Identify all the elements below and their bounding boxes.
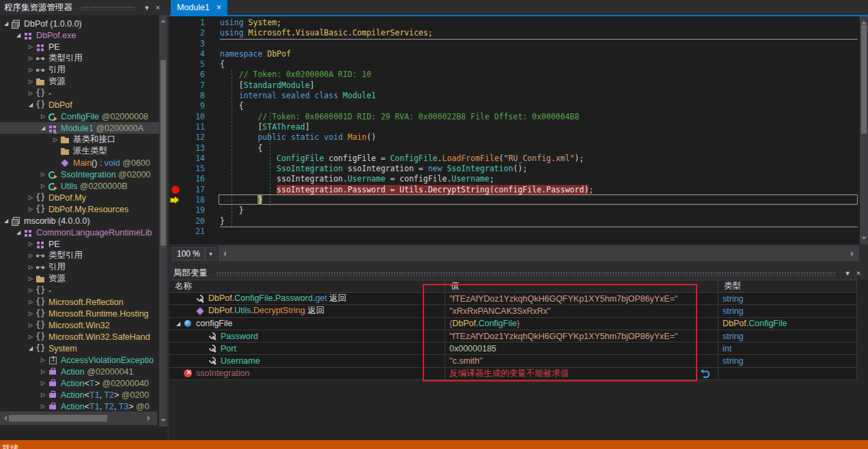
locals-type-cell[interactable]: int (718, 343, 857, 354)
tree-item[interactable]: ▷类型引用 (0, 250, 159, 261)
locals-type-cell[interactable]: string (718, 305, 857, 317)
code-line[interactable]: 5{ (169, 59, 860, 70)
scroll-right-icon[interactable] (851, 251, 856, 257)
tree-item[interactable]: ◢mscorlib (4.0.0.0) (0, 215, 159, 227)
code-line[interactable]: 21 (169, 227, 860, 237)
expander-collapsed-icon[interactable]: ▷ (26, 264, 36, 270)
locals-name-cell[interactable]: Password (169, 330, 445, 342)
code-line[interactable]: 6 // Token: 0x0200000A RID: 10 (169, 70, 860, 80)
tree-item[interactable]: ▷Action @02000041 (0, 366, 159, 377)
zoom-level-combobox[interactable]: 100 % (172, 247, 205, 261)
tree-item[interactable]: ▷SsoIntegration @02000 (0, 169, 159, 180)
locals-name-cell[interactable]: Username (169, 355, 445, 366)
tree-item[interactable]: ▷基类和接口 (0, 134, 159, 145)
code-line[interactable]: 15 SsoIntegration ssoIntegration = new S… (169, 164, 860, 174)
tree-item[interactable]: ▷Microsoft.Win32.SafeHand (0, 331, 159, 343)
expander-collapsed-icon[interactable]: ▷ (38, 183, 48, 189)
expander-collapsed-icon[interactable]: ▷ (38, 357, 48, 363)
locals-row[interactable]: ◢configFile{DbPof.ConfigFile}DbPof.Confi… (169, 318, 857, 330)
scroll-left-icon[interactable] (1, 416, 7, 421)
code-line[interactable]: 14 ConfigFile configFile = ConfigFile.Lo… (169, 154, 860, 164)
scroll-left-icon[interactable] (221, 251, 226, 257)
locals-type-cell[interactable] (718, 368, 857, 379)
expander-collapsed-icon[interactable]: ▷ (26, 194, 36, 201)
expander-collapsed-icon[interactable]: ▷ (26, 310, 36, 317)
tree-item[interactable]: ▷Action<T> @02000040 (0, 377, 159, 389)
expander-expanded-icon[interactable]: ◢ (14, 32, 23, 38)
code-editor[interactable]: 1using System;2using Microsoft.VisualBas… (169, 16, 860, 244)
panel-menu-icon[interactable]: ▾ (842, 269, 853, 278)
locals-name-cell[interactable]: ◢configFile (169, 318, 445, 330)
tree-item[interactable]: ▷资源 (0, 273, 159, 285)
tree-item[interactable]: ▷类型引用 (0, 53, 159, 64)
tree-item[interactable]: ▷DbPof.My.Resources (0, 203, 159, 215)
tree-item[interactable]: ▷Action<T1, T2> @0200 (0, 389, 159, 401)
panel-close-icon[interactable]: × (853, 269, 864, 277)
tree-item[interactable]: Main() : void @0600 (0, 157, 159, 169)
locals-name-cell[interactable]: DbPof.Utils.DecryptString 返回 (169, 305, 445, 317)
scroll-down-icon[interactable] (160, 419, 166, 424)
code-line[interactable]: 2using Microsoft.VisualBasic.CompilerSer… (169, 28, 860, 38)
locals-row[interactable]: Username"c.smith"string (169, 355, 857, 367)
column-header-value[interactable]: 值 (445, 280, 718, 292)
code-line[interactable]: 11 [STAThread] (169, 122, 860, 132)
locals-type-cell[interactable]: string (718, 330, 857, 342)
locals-row[interactable]: Password"fTEzAfYDoz1YzkqhQkH6GQFYKp1XY5h… (169, 330, 857, 343)
tree-item[interactable]: ◢DbPof (0, 99, 159, 111)
expander-expanded-icon[interactable]: ◢ (26, 345, 36, 351)
expander-expanded-icon[interactable]: ◢ (26, 102, 36, 108)
tree-item[interactable]: ▷DbPof.My (0, 192, 159, 203)
expander-collapsed-icon[interactable]: ▷ (38, 171, 48, 177)
expander-collapsed-icon[interactable]: ▷ (26, 55, 36, 61)
locals-row[interactable]: DbPof.ConfigFile.Password.get 返回"fTEzAfY… (169, 293, 857, 305)
tree-item[interactable]: ▷Action<T1, T2, T3> @0 (0, 401, 159, 412)
tree-item[interactable]: ◢System (0, 343, 159, 354)
code-line[interactable]: 18 } (169, 195, 860, 205)
tree-item[interactable]: ◢Module1 @0200000A (0, 122, 159, 134)
tab-close-icon[interactable]: × (216, 3, 221, 12)
tree-item[interactable]: ▷PE (0, 41, 159, 53)
locals-value-cell[interactable]: {DbPof.ConfigFile} (445, 318, 718, 330)
tree-item[interactable]: ◢DbPof.exe (0, 29, 159, 41)
expander-collapsed-icon[interactable]: ▷ (51, 136, 60, 143)
expander-collapsed-icon[interactable]: ▷ (26, 276, 36, 282)
expander-collapsed-icon[interactable]: ▷ (26, 78, 36, 85)
code-line[interactable]: 12 public static void Main() (169, 132, 860, 143)
locals-name-cell[interactable]: Port (169, 343, 445, 354)
code-line[interactable]: 10 // Token: 0x0600001D RID: 29 RVA: 0x0… (169, 112, 860, 122)
code-line[interactable]: 16 ssoIntegration.Username = configFile.… (169, 174, 860, 184)
tree-item[interactable]: ▷Microsoft.Runtime.Hosting (0, 308, 159, 319)
expander-collapsed-icon[interactable]: ▷ (26, 287, 36, 293)
scroll-up-icon[interactable] (160, 17, 166, 23)
panel-menu-icon[interactable]: ▾ (141, 3, 152, 12)
tree-item[interactable]: ▷资源 (0, 76, 159, 87)
expander-collapsed-icon[interactable]: ▷ (26, 44, 36, 50)
editor-horizontal-scrollbar[interactable] (219, 246, 859, 261)
locals-value-cell[interactable]: 反编译器生成的变量不能被求值 (445, 368, 718, 379)
tree-item[interactable]: ▷AccessViolationExceptio (0, 354, 159, 366)
expander-collapsed-icon[interactable]: ▷ (38, 368, 48, 375)
locals-row[interactable]: Port0x00000185int (169, 343, 857, 355)
locals-name-cell[interactable]: ssoIntegration (169, 368, 445, 379)
code-line[interactable]: 8 internal sealed class Module1 (169, 91, 860, 101)
code-line[interactable]: 9 { (169, 101, 860, 111)
locals-type-cell[interactable]: string (718, 355, 857, 366)
refresh-icon[interactable] (701, 369, 711, 379)
editor-vscroll-thumb[interactable] (861, 25, 867, 134)
tree-item[interactable]: ◢CommonLanguageRuntimeLib (0, 227, 159, 238)
tree-vscroll-thumb[interactable] (160, 60, 166, 246)
locals-value-cell[interactable]: 0x00000185 (445, 343, 718, 354)
expander-collapsed-icon[interactable]: ▷ (26, 241, 36, 247)
zoom-dropdown-button[interactable]: ▾ (205, 247, 216, 261)
tree-item[interactable]: ▷引用 (0, 261, 159, 273)
code-line[interactable]: 1using System; (169, 18, 860, 28)
expander-collapsed-icon[interactable]: ▷ (26, 299, 36, 305)
code-line[interactable]: 4namespace DbPof (169, 49, 860, 59)
expander-collapsed-icon[interactable]: ▷ (26, 334, 36, 340)
tree-item[interactable]: ◢DbPof (1.0.0.0) (0, 18, 159, 29)
locals-row[interactable]: ssoIntegration反编译器生成的变量不能被求值 (169, 368, 857, 380)
code-line[interactable]: 3 (169, 39, 860, 49)
code-line[interactable]: 13 { (169, 143, 860, 154)
expander-collapsed-icon[interactable]: ▷ (26, 67, 36, 73)
tree-item[interactable]: 派生类型 (0, 145, 159, 157)
